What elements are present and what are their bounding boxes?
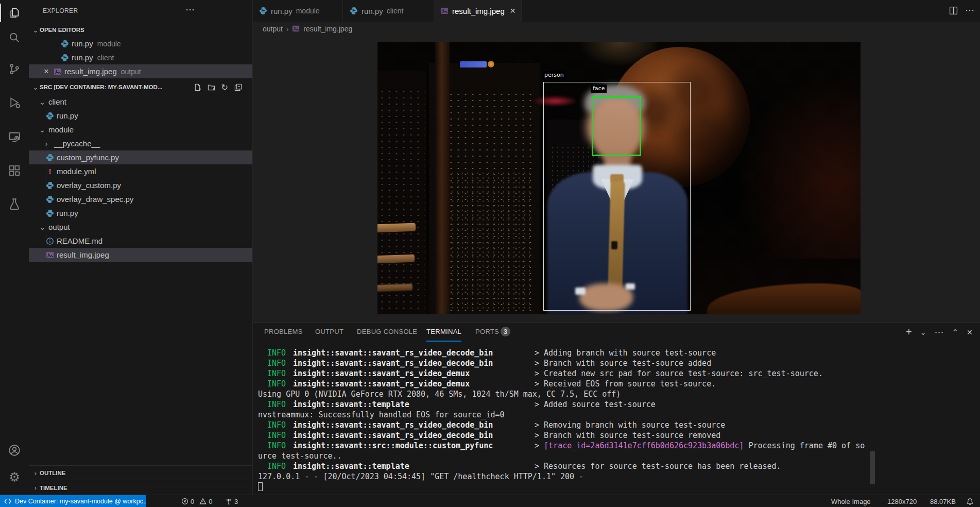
python-file-icon [46,112,54,120]
refresh-icon[interactable]: ↻ [221,82,228,92]
radio-tower-icon [225,498,232,505]
new-folder-icon[interactable] [208,83,215,91]
more-actions-icon[interactable]: ⋯ [934,327,943,338]
tree-file-custom-pyfunc[interactable]: custom_pyfunc.py [29,150,252,164]
image-size-status[interactable]: 88.07KB [930,495,956,507]
panel-tab-debug-console[interactable]: DEBUG CONSOLE [357,323,417,341]
activity-bar: ⚙ [0,0,29,495]
terminal-line: INFOinsight::savant::savant_rs_video_dem… [253,368,877,379]
stool-rung [377,223,416,233]
tab-runpy-module[interactable]: run.py module [253,0,343,22]
indent-guide [46,137,46,220]
notifications-bell-icon[interactable] [966,495,974,507]
collapse-folders-icon[interactable] [234,83,242,91]
terminal-scrollbar[interactable] [870,451,875,484]
maximize-panel-icon[interactable]: ⌃ [952,328,958,337]
python-file-icon [46,181,54,190]
panel-tab-ports[interactable]: PORTS [475,323,499,341]
image-file-icon [46,251,54,259]
building-windows [379,89,425,310]
face-bbox [592,96,641,156]
ports-badge: 3 [501,327,510,336]
close-panel-icon[interactable]: ✕ [967,328,973,336]
explorer-icon[interactable] [0,3,29,23]
warning-icon [199,498,207,505]
python-file-icon [61,40,69,48]
terminal-dropdown-icon[interactable]: ⌄ [920,328,926,336]
person-label: person [542,71,566,79]
testing-icon[interactable] [0,194,29,214]
open-editor-runpy-module[interactable]: run.py module [29,37,252,50]
terminal-line: INFOinsight::savant::savant_rs_video_dec… [253,420,877,430]
panel-tab-terminal[interactable]: TERMINAL [426,323,461,342]
tree-file-result-img[interactable]: result_img.jpeg [29,248,252,262]
python-file-icon [46,195,54,204]
python-file-icon [46,209,54,217]
terminal-line: urce test-source.. [253,451,877,461]
close-icon[interactable]: ✕ [42,67,50,75]
indent-guide [46,109,46,123]
python-file-icon [61,54,69,62]
open-editors-header[interactable]: ⌄ OPEN EDITORS [29,23,252,37]
open-editor-runpy-client[interactable]: run.py client [29,50,252,64]
tree-folder-output[interactable]: ⌄ output [29,220,252,234]
breadcrumb-separator-icon: › [286,25,288,33]
tree-file-readme[interactable]: README.md [29,234,252,248]
python-file-icon [259,7,267,15]
orange-light [488,61,494,67]
panel-tab-output[interactable]: OUTPUT [315,323,343,341]
src-section-actions: ↻ [194,80,242,94]
indent-guide [46,234,46,262]
image-dimensions-status[interactable]: 1280x720 [887,495,917,507]
close-tab-icon[interactable]: ✕ [510,7,516,15]
settings-gear-icon[interactable]: ⚙ [0,467,29,487]
tree-folder-pycache[interactable]: › __pycache__ [29,137,252,150]
remote-explorer-icon[interactable] [0,127,29,147]
search-icon[interactable] [0,27,29,48]
chevron-right-icon: › [43,140,50,148]
timeline-section[interactable]: › TIMELINE [29,480,252,495]
tree-file-overlay-draw-spec[interactable]: overlay_draw_spec.py [29,192,252,206]
split-editor-icon[interactable] [949,6,958,15]
tree-file-module-runpy[interactable]: run.py [29,206,252,220]
new-terminal-icon[interactable]: + [906,326,912,338]
stool-rung [377,284,412,292]
python-file-icon [46,154,54,162]
terminal-line: INFOinsight::savant::template> Added sou… [253,399,877,410]
breadcrumb-file[interactable]: result_img.jpeg [303,25,352,33]
open-editor-result-img[interactable]: ✕ result_img.jpeg output [29,64,252,78]
chevron-down-icon: ⌄ [39,98,46,106]
tab-runpy-client[interactable]: run.py client [343,0,434,22]
problems-status[interactable]: 0 0 [181,495,212,507]
building-windows [439,171,532,310]
terminal-line: INFOinsight::savant::savant_rs_video_dec… [253,358,877,368]
extensions-icon[interactable] [0,160,29,181]
ceiling-light [581,42,658,65]
warm-glow [738,73,861,259]
sidebar-more-actions-icon[interactable]: ⋯ [183,4,197,15]
panel-actions: + ⌄ ⋯ ⌃ ✕ [906,326,973,338]
ports-status[interactable]: 3 [225,495,238,507]
new-file-icon[interactable] [194,83,201,91]
tree-file-overlay-custom[interactable]: overlay_custom.py [29,178,252,192]
editor-actions: ⋯ [949,5,974,16]
remote-indicator[interactable]: Dev Container: my-savant-module @ workpc… [0,495,146,507]
source-control-icon[interactable] [0,59,29,79]
tree-folder-client[interactable]: ⌄ client [29,95,252,109]
explorer-sidebar: EXPLORER ⋯ ⌄ OPEN EDITORS run.py module … [29,0,253,495]
tree-file-client-runpy[interactable]: run.py [29,109,252,123]
desk [707,283,861,314]
terminal-output[interactable]: INFOinsight::savant::savant_rs_video_dec… [253,348,877,492]
accounts-icon[interactable] [0,440,29,461]
breadcrumb-folder[interactable]: output [263,25,283,33]
outline-section[interactable]: › OUTLINE [29,465,252,480]
tab-result-img[interactable]: result_img.jpeg ✕ [434,0,522,22]
tree-file-module-yml[interactable]: ! module.yml [29,164,252,178]
editor-tab-bar: run.py module run.py client result_img.j… [253,0,980,22]
panel-tab-problems[interactable]: PROBLEMS [264,323,303,341]
more-actions-icon[interactable]: ⋯ [965,5,974,16]
trace-id: [trace_id=2a6d3141e7cff6b0d626c923b3a06b… [544,441,744,450]
run-debug-icon[interactable] [0,92,29,113]
tree-folder-module[interactable]: ⌄ module [29,123,252,137]
whole-image-status[interactable]: Whole Image [831,495,871,507]
